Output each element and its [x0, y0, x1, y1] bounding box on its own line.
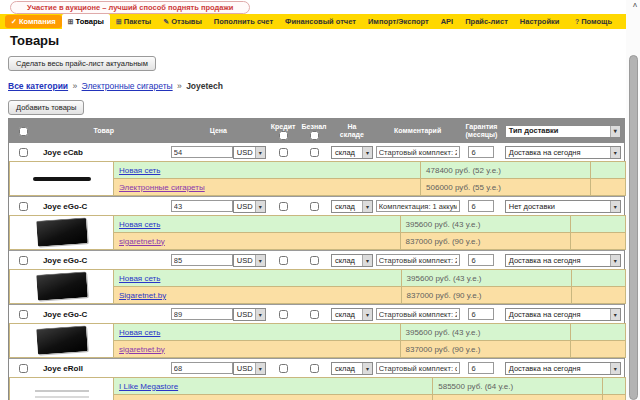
competitor-link[interactable]: sigaretnet.by: [119, 237, 165, 246]
delivery-type-select[interactable]: Доставка на сегодня ▾: [505, 308, 621, 321]
stock-select[interactable]: склад ▾: [331, 146, 373, 159]
help-icon: ?: [575, 14, 579, 29]
cashless-checkbox[interactable]: [310, 364, 319, 373]
delivery-type-select[interactable]: Доставка на сегодня ▾: [505, 146, 621, 159]
competitor-row: Новая сеть 395600 руб. (43 у.е.): [10, 270, 626, 287]
product-select-checkbox[interactable]: [19, 364, 28, 373]
credit-checkbox[interactable]: [279, 256, 288, 265]
vertical-scrollbar[interactable]: ᴧ: [626, 0, 640, 400]
delivery-type-filter-value: Тип доставки: [509, 127, 559, 135]
price-input[interactable]: [171, 308, 233, 320]
comment-input[interactable]: [376, 200, 460, 212]
breadcrumb: Все категории » Электронные сигареты » J…: [8, 81, 223, 91]
currency-select[interactable]: USD ▾: [233, 254, 266, 267]
warranty-input[interactable]: [468, 362, 494, 374]
competitor-price: 395600 руб. (43 у.е.): [400, 216, 570, 233]
competitor-link[interactable]: Электронные сигареты: [119, 183, 205, 192]
competitor-link[interactable]: sigaretnet.by: [119, 345, 165, 354]
comment-input[interactable]: [376, 362, 460, 374]
scrollbar-thumb[interactable]: [629, 55, 638, 400]
credit-checkbox[interactable]: [279, 310, 288, 319]
table-header-row: Товар Цена Кредит Безнал На складе Комме…: [9, 119, 624, 143]
nav-item-top-up[interactable]: Пополнить счет: [208, 14, 279, 29]
nav-item-api[interactable]: API: [435, 14, 460, 29]
scroll-up-icon[interactable]: ᴧ: [633, 0, 637, 9]
nav-item-company[interactable]: ✓ Компания: [5, 15, 62, 28]
credit-checkbox[interactable]: [279, 202, 288, 211]
product-select-checkbox[interactable]: [19, 256, 28, 265]
cashless-checkbox[interactable]: [310, 148, 319, 157]
stock-select[interactable]: склад ▾: [331, 200, 373, 213]
product-select-checkbox[interactable]: [19, 310, 28, 319]
cashless-checkbox[interactable]: [310, 310, 319, 319]
currency-select[interactable]: USD ▾: [233, 362, 266, 375]
breadcrumb-all-categories-link[interactable]: Все категории: [8, 81, 68, 91]
delivery-type-select[interactable]: Доставка на сегодня ▾: [505, 254, 621, 267]
nav-price-list-label: Прайс-лист: [465, 14, 508, 29]
nav-item-packages[interactable]: ⊞ Пакеты: [110, 14, 157, 29]
product-name: Joye eGo-C: [39, 202, 169, 211]
product-row: Joye eGo-C USD ▾ склад ▾: [9, 305, 624, 323]
delivery-type-select[interactable]: Доставка на сегодня ▾: [505, 362, 621, 375]
price-input[interactable]: [171, 254, 233, 266]
currency-value: USD: [237, 364, 253, 373]
delivery-type-select[interactable]: Нет доставки ▾: [505, 200, 621, 213]
comment-input[interactable]: [376, 146, 460, 158]
product-image: [33, 177, 91, 181]
price-input[interactable]: [171, 362, 233, 374]
warranty-input[interactable]: [468, 146, 494, 158]
chevron-down-icon: ▾: [255, 363, 265, 374]
product-row: Joye eGo-C USD ▾ склад ▾: [9, 251, 624, 269]
nav-help-label: Помощь: [581, 14, 612, 29]
competitor-link[interactable]: Sigaretnet.by: [119, 291, 166, 300]
competitor-link[interactable]: Новая сеть: [119, 166, 160, 175]
header-credit: Кредит: [268, 119, 298, 143]
competitor-price: 478400 руб. (52 у.е.): [421, 162, 591, 179]
cashless-checkbox[interactable]: [310, 202, 319, 211]
warranty-input[interactable]: [468, 308, 494, 320]
stock-select[interactable]: склад ▾: [331, 254, 373, 267]
comment-input[interactable]: [376, 254, 460, 266]
nav-item-products[interactable]: ⊞ Товары: [62, 14, 110, 29]
competitor-link[interactable]: I Like Megastore: [119, 382, 178, 391]
products-table: Товар Цена Кредит Безнал На складе Комме…: [8, 118, 625, 400]
credit-all-checkbox[interactable]: [279, 131, 288, 140]
currency-select[interactable]: USD ▾: [233, 308, 266, 321]
product-name: Joye eGo-C: [39, 256, 169, 265]
delivery-type-value: Доставка на сегодня: [509, 148, 581, 157]
nav-item-settings[interactable]: Настройки: [514, 14, 566, 29]
currency-select[interactable]: USD ▾: [233, 146, 266, 159]
warranty-input[interactable]: [468, 254, 494, 266]
product-select-checkbox[interactable]: [19, 148, 28, 157]
stock-select[interactable]: склад ▾: [331, 362, 373, 375]
nav-item-financial-report[interactable]: Финансовый отчет: [279, 14, 362, 29]
select-all-checkbox[interactable]: [19, 127, 28, 136]
comment-input[interactable]: [376, 308, 460, 320]
nav-item-import-export[interactable]: Импорт/Экспорт: [362, 14, 435, 29]
header-warranty-line1: Гарантия: [465, 123, 497, 131]
competitor-link[interactable]: Новая сеть: [119, 328, 160, 337]
product-image: [36, 325, 88, 354]
stock-select[interactable]: склад ▾: [331, 308, 373, 321]
nav-item-help[interactable]: ? Помощь: [569, 14, 618, 29]
cashless-all-checkbox[interactable]: [310, 131, 319, 140]
competitor-link[interactable]: Новая сеть: [119, 274, 160, 283]
breadcrumb-current: Joyetech: [186, 81, 223, 91]
currency-select[interactable]: USD ▾: [233, 200, 266, 213]
product-select-checkbox[interactable]: [19, 202, 28, 211]
auction-notice[interactable]: Участие в аукционе – лучший способ подня…: [10, 1, 250, 14]
price-input[interactable]: [171, 146, 233, 158]
chevron-down-icon: ▾: [255, 147, 265, 158]
credit-checkbox[interactable]: [279, 364, 288, 373]
warranty-input[interactable]: [468, 200, 494, 212]
price-input[interactable]: [171, 200, 233, 212]
nav-item-reviews[interactable]: ✎ Отзывы: [157, 14, 208, 29]
cashless-checkbox[interactable]: [310, 256, 319, 265]
nav-item-price-list[interactable]: Прайс-лист: [459, 14, 514, 29]
make-pricelist-actual-button[interactable]: Сделать весь прайс-лист актуальным: [8, 56, 156, 71]
competitor-link[interactable]: Новая сеть: [119, 220, 160, 229]
delivery-type-filter-select[interactable]: Тип доставки ▾: [505, 125, 621, 138]
credit-checkbox[interactable]: [279, 148, 288, 157]
add-products-button[interactable]: Добавить товары: [8, 100, 84, 115]
breadcrumb-category-link[interactable]: Электронные сигареты: [82, 81, 173, 91]
